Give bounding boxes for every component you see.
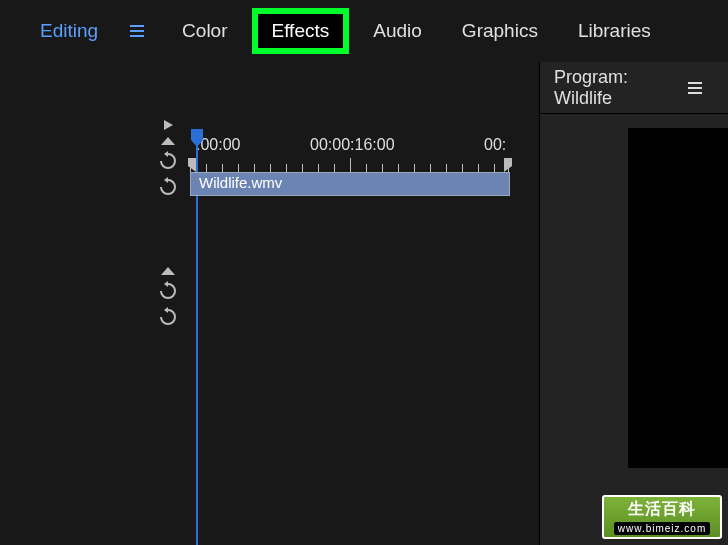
workspace-tabs: Editing Color Effects Audio Graphics Lib…: [0, 0, 728, 62]
tab-libraries[interactable]: Libraries: [558, 6, 671, 56]
monitor-canvas[interactable]: [628, 128, 728, 468]
tab-graphics[interactable]: Graphics: [442, 6, 558, 56]
program-panel: Program: Wildlife: [540, 62, 728, 545]
program-title: Program: Wildlife: [554, 67, 662, 109]
play-icon[interactable]: [161, 118, 175, 132]
svg-marker-8: [164, 281, 168, 287]
tab-audio[interactable]: Audio: [353, 6, 442, 56]
reset-track-icon[interactable]: [157, 150, 179, 172]
tab-editing[interactable]: Editing: [20, 6, 118, 56]
ruler-ticks: [190, 158, 509, 172]
content-area: :00:00 00:00:16:00 00:: [0, 62, 728, 545]
ruler-timecode: 00:: [484, 136, 506, 154]
watermark-badge: 生活百科 www.bimeiz.com: [602, 495, 722, 539]
svg-marker-3: [164, 120, 173, 130]
panel-menu-icon[interactable]: [676, 79, 714, 97]
reset-track-icon[interactable]: [157, 176, 179, 198]
track-controls: [148, 118, 188, 328]
reset-track-icon[interactable]: [157, 306, 179, 328]
svg-marker-7: [161, 267, 175, 275]
svg-marker-4: [161, 137, 175, 145]
svg-marker-9: [164, 307, 168, 313]
playhead-handle[interactable]: [190, 128, 204, 148]
program-panel-header: Program: Wildlife: [540, 62, 728, 114]
time-ruler[interactable]: :00:00 00:00:16:00 00:: [190, 136, 509, 172]
svg-marker-5: [164, 151, 168, 157]
reset-track-icon[interactable]: [157, 280, 179, 302]
timeline-panel: :00:00 00:00:16:00 00:: [0, 62, 540, 545]
watermark-title: 生活百科: [628, 499, 696, 520]
tab-color[interactable]: Color: [162, 6, 247, 56]
video-clip[interactable]: Wildlife.wmv: [190, 172, 510, 196]
collapse-track-icon[interactable]: [160, 266, 176, 276]
program-monitor: [540, 114, 728, 545]
watermark-url: www.bimeiz.com: [614, 522, 710, 535]
collapse-track-icon[interactable]: [160, 136, 176, 146]
ruler-timecode: 00:00:16:00: [310, 136, 395, 154]
tab-effects[interactable]: Effects: [252, 8, 350, 54]
svg-marker-12: [191, 129, 203, 147]
panel-menu-icon[interactable]: [118, 22, 156, 40]
svg-marker-6: [164, 177, 168, 183]
work-area-end-icon[interactable]: [502, 158, 512, 172]
clip-label: Wildlife.wmv: [199, 174, 282, 191]
svg-marker-11: [504, 158, 512, 172]
